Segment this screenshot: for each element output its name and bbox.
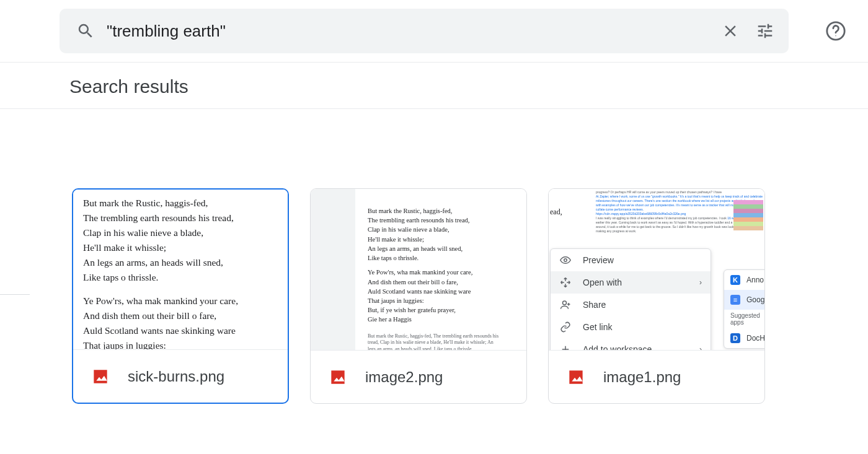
open-with-submenu: K Anno ≡ Goog Suggested apps D DocH — [724, 269, 764, 349]
svg-point-3 — [563, 301, 567, 305]
filename: image2.png — [365, 369, 443, 386]
app-icon: K — [730, 275, 740, 285]
submenu-item-goog[interactable]: ≡ Goog — [724, 290, 764, 310]
menu-item-get-link[interactable]: Get link — [551, 316, 711, 338]
link-icon — [559, 321, 572, 333]
filename: sick-burns.png — [128, 368, 224, 385]
menu-item-add-workspace[interactable]: Add to workspace › — [551, 338, 711, 350]
chevron-right-icon: › — [699, 278, 702, 287]
svg-point-1 — [835, 35, 836, 36]
result-card[interactable]: ead, progress? Or perhaps HR will come a… — [548, 188, 765, 404]
heading-row: Search results — [0, 63, 868, 109]
person-add-icon — [559, 299, 572, 310]
submenu-item-doch[interactable]: D DocH — [724, 328, 764, 348]
image-file-icon — [328, 367, 348, 387]
result-card[interactable]: But mark the Rustic, haggis-fed, The tre… — [310, 188, 527, 404]
docs-icon: ≡ — [730, 295, 740, 305]
page-title: Search results — [69, 76, 868, 97]
search-input[interactable] — [97, 22, 713, 41]
app-icon: D — [730, 333, 740, 343]
thumbnail-text: But mark the Rustic, haggis-fed, The tre… — [368, 206, 502, 350]
help-icon[interactable] — [818, 14, 853, 48]
context-menu: Preview Open with › Share Get link — [550, 248, 711, 350]
search-icon — [74, 20, 97, 42]
image-file-icon — [91, 367, 110, 386]
card-footer: image1.png — [549, 350, 764, 403]
thumbnail: But mark the Rustic, haggis-fed, The tre… — [311, 189, 526, 350]
thumbnail-fragment: ead, — [550, 207, 562, 217]
topbar — [0, 0, 868, 63]
thumbnail: But mark the Rustic, haggis-fed, The tre… — [73, 190, 288, 349]
side-tick — [0, 294, 30, 295]
thumbnail-color-strip — [733, 200, 763, 230]
clear-search-button[interactable] — [713, 14, 748, 48]
menu-item-share[interactable]: Share — [551, 294, 711, 316]
results-grid: But mark the Rustic, haggis-fed, The tre… — [0, 109, 868, 404]
result-card[interactable]: But mark the Rustic, haggis-fed, The tre… — [72, 188, 289, 404]
search-bar[interactable] — [60, 9, 789, 53]
chevron-right-icon: › — [699, 345, 702, 350]
card-footer: image2.png — [311, 350, 526, 403]
open-with-icon — [559, 277, 572, 288]
submenu-item-anno[interactable]: K Anno — [724, 270, 764, 290]
plus-icon — [559, 344, 572, 350]
search-options-icon[interactable] — [748, 14, 782, 48]
menu-item-open-with[interactable]: Open with › — [551, 271, 711, 294]
image-file-icon — [566, 367, 586, 387]
submenu-header: Suggested apps — [724, 310, 764, 328]
svg-point-2 — [564, 259, 567, 262]
eye-icon — [559, 255, 572, 266]
thumbnail: ead, progress? Or perhaps HR will come a… — [549, 189, 764, 350]
card-footer: sick-burns.png — [73, 349, 288, 403]
thumbnail-gutter — [311, 189, 355, 350]
thumbnail-text: But mark the Rustic, haggis-fed, The tre… — [73, 190, 288, 349]
menu-item-preview[interactable]: Preview — [551, 249, 711, 271]
filename: image1.png — [603, 369, 681, 386]
